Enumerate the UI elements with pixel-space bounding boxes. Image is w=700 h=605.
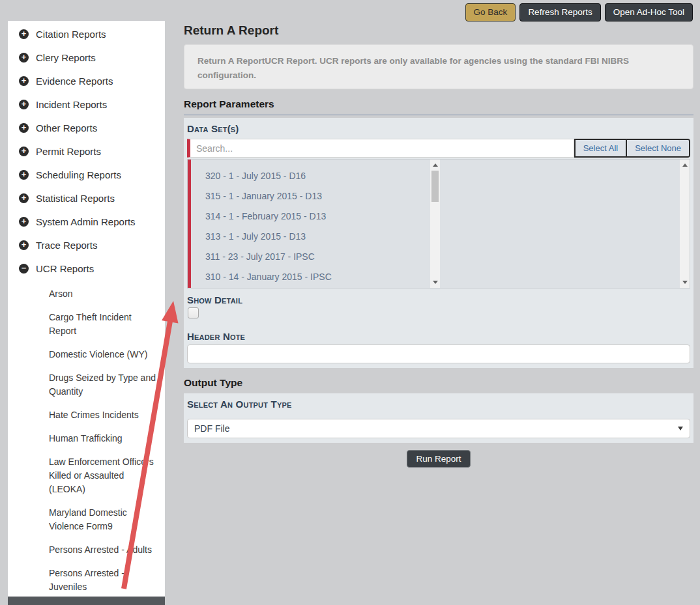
expand-plus-icon[interactable]: [19, 76, 29, 86]
sidebar-item-label: Evidence Reports: [36, 76, 113, 87]
select-none-button[interactable]: Select None: [626, 140, 689, 156]
go-back-button[interactable]: Go Back: [465, 3, 516, 21]
report-info-box: Return A ReportUCR Report. UCR reports a…: [184, 44, 693, 89]
sidebar-subitem-domestic-violence-wy[interactable]: Domestic Violence (WY): [49, 348, 160, 361]
sidebar-subitem-hate-crimes[interactable]: Hate Crimes Incidents: [49, 408, 160, 422]
run-report-row: Run Report: [184, 450, 693, 468]
sidebar-item-label: Statistical Reports: [36, 193, 115, 204]
header-note-label: Header Note: [187, 331, 245, 342]
expand-plus-icon[interactable]: [19, 100, 29, 109]
report-parameters-panel: Data Set(s) Select All Select None 320 -…: [184, 118, 693, 368]
sidebar-item-return-a-report-active[interactable]: Return A Report: [8, 597, 165, 605]
sidebar-item-system-admin-reports[interactable]: System Admin Reports: [8, 210, 165, 233]
sidebar-category-list: Citation Reports Clery Reports Evidence …: [8, 21, 165, 280]
dataset-option[interactable]: 320 - 1 - July 2015 - D16: [191, 165, 430, 186]
dataset-option[interactable]: 313 - 1 - July 2015 - D13: [191, 226, 430, 246]
sidebar-item-permit-reports[interactable]: Permit Reports: [8, 139, 165, 163]
sidebar-item-label: Trace Reports: [36, 240, 97, 251]
expand-plus-icon[interactable]: [19, 170, 29, 180]
top-toolbar: Go Back Refresh Reports Open Ad-Hoc Tool: [465, 3, 693, 21]
dataset-search-row: Select All Select None: [187, 139, 690, 158]
run-report-button[interactable]: Run Report: [407, 450, 470, 468]
show-detail-checkbox[interactable]: [188, 307, 199, 318]
expand-plus-icon[interactable]: [19, 217, 29, 227]
scrollbar-thumb[interactable]: [431, 171, 439, 202]
show-detail-label: Show Detail: [187, 294, 242, 305]
select-buttons-group: Select All Select None: [574, 139, 690, 158]
expand-plus-icon[interactable]: [19, 29, 29, 39]
open-adhoc-tool-button[interactable]: Open Ad-Hoc Tool: [605, 3, 693, 21]
scroll-up-icon[interactable]: [682, 163, 688, 167]
sidebar-item-statistical-reports[interactable]: Statistical Reports: [8, 186, 165, 210]
output-type-selected-value: PDF File: [194, 423, 678, 434]
selected-list-scrollbar[interactable]: [680, 160, 690, 288]
page-title: Return A Report: [184, 23, 278, 38]
header-note-input[interactable]: [187, 345, 690, 363]
dataset-option[interactable]: 310 - 14 - January 2015 - IPSC: [191, 266, 430, 287]
reports-sidebar: Citation Reports Clery Reports Evidence …: [8, 21, 165, 605]
sidebar-item-ucr-reports[interactable]: UCR Reports: [8, 257, 165, 280]
refresh-reports-button[interactable]: Refresh Reports: [519, 3, 600, 21]
dataset-dual-list: 320 - 1 - July 2015 - D16 315 - 1 - Janu…: [187, 159, 690, 288]
output-type-label: Select An Output Type: [187, 399, 292, 410]
sidebar-item-trace-reports[interactable]: Trace Reports: [8, 233, 165, 257]
sidebar-item-citation-reports[interactable]: Citation Reports: [8, 22, 165, 46]
report-info-text: Return A ReportUCR Report. UCR reports a…: [197, 56, 629, 80]
sidebar-item-label: Citation Reports: [36, 29, 106, 40]
dataset-search-input[interactable]: [187, 139, 574, 158]
sidebar-item-evidence-reports[interactable]: Evidence Reports: [8, 69, 165, 92]
collapse-minus-icon[interactable]: [19, 264, 29, 274]
sidebar-subitem-drugs-seized[interactable]: Drugs Seized by Type and Quantity: [49, 371, 160, 399]
scroll-up-icon[interactable]: [433, 163, 438, 167]
sidebar-item-label: Clery Reports: [36, 52, 96, 63]
dataset-available-list: 320 - 1 - July 2015 - D16 315 - 1 - Janu…: [191, 160, 430, 288]
sidebar-subitem-persons-arrested-juveniles[interactable]: Persons Arrested - Juveniles: [49, 567, 160, 594]
expand-plus-icon[interactable]: [19, 193, 29, 203]
sidebar-subitem-cargo-theft[interactable]: Cargo Theft Incident Report: [49, 311, 160, 338]
sidebar-item-other-reports[interactable]: Other Reports: [8, 116, 165, 139]
dataset-label: Data Set(s): [187, 123, 239, 134]
dataset-selected-list[interactable]: [440, 160, 680, 288]
sidebar-item-scheduling-reports[interactable]: Scheduling Reports: [8, 163, 165, 186]
output-type-select[interactable]: PDF File: [187, 419, 690, 438]
sidebar-item-clery-reports[interactable]: Clery Reports: [8, 46, 165, 69]
sidebar-subitem-arson[interactable]: Arson: [49, 287, 160, 301]
select-all-button[interactable]: Select All: [576, 140, 626, 156]
expand-plus-icon[interactable]: [19, 123, 29, 133]
dataset-option[interactable]: 311 - 23 - July 2017 - IPSC: [191, 246, 430, 266]
output-type-panel: Select An Output Type PDF File: [184, 393, 693, 443]
scroll-down-icon[interactable]: [433, 281, 438, 284]
report-parameters-heading: Report Parameters: [184, 98, 693, 115]
sidebar-item-label: System Admin Reports: [36, 216, 136, 227]
sidebar-item-incident-reports[interactable]: Incident Reports: [8, 92, 165, 116]
ucr-reports-sublist: Arson Cargo Theft Incident Report Domest…: [8, 280, 165, 594]
dataset-option[interactable]: 314 - 1 - February 2015 - D13: [191, 206, 430, 226]
sidebar-item-label: Other Reports: [36, 122, 97, 134]
sidebar-subitem-human-trafficking[interactable]: Human Trafficking: [49, 432, 160, 445]
expand-plus-icon[interactable]: [19, 53, 29, 63]
sidebar-subitem-leoka[interactable]: Law Enforcement Officers Killed or Assau…: [49, 455, 160, 496]
output-type-heading: Output Type: [184, 377, 693, 394]
sidebar-item-label: Incident Reports: [36, 99, 107, 110]
available-list-scrollbar[interactable]: [430, 160, 440, 288]
expand-plus-icon[interactable]: [19, 240, 29, 250]
sidebar-item-label: Permit Reports: [36, 146, 101, 157]
expand-plus-icon[interactable]: [19, 147, 29, 156]
chevron-down-icon[interactable]: [678, 427, 683, 430]
sidebar-item-label: UCR Reports: [36, 263, 94, 274]
dataset-option[interactable]: 315 - 1 - January 2015 - D13: [191, 186, 430, 206]
scroll-down-icon[interactable]: [682, 281, 688, 284]
sidebar-subitem-persons-arrested-adults[interactable]: Persons Arrested - Adults: [49, 543, 160, 557]
page-root: Go Back Refresh Reports Open Ad-Hoc Tool…: [0, 0, 700, 605]
sidebar-item-label: Scheduling Reports: [36, 169, 121, 180]
sidebar-subitem-maryland-dv-form9[interactable]: Maryland Domestic Violence Form9: [49, 506, 160, 533]
